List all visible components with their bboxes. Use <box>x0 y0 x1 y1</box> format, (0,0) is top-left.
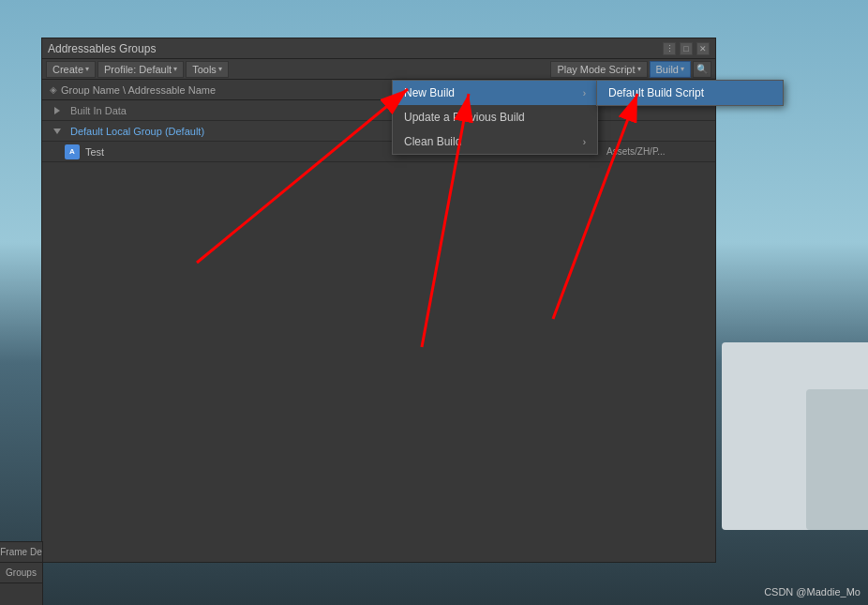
create-dropdown-arrow: ▾ <box>85 65 89 73</box>
clean-build-submenu-arrow: › <box>583 137 586 147</box>
default-build-script-item[interactable]: Default Build Script <box>597 81 783 105</box>
profile-button[interactable]: Profile: Default ▾ <box>97 61 184 78</box>
window-controls: ⋮ □ ✕ <box>663 42 710 55</box>
build-dropdown-menu: New Build › Update a Previous Build Clea… <box>392 80 598 155</box>
watermark: CSDN @Maddie_Mo <box>764 586 861 597</box>
test-item-path: Assets/ZH/P... <box>603 146 715 157</box>
profile-dropdown-arrow: ▾ <box>173 65 177 73</box>
build-button[interactable]: Build ▾ <box>650 61 691 78</box>
scene-shape-right <box>806 389 868 530</box>
table-row[interactable]: A Test Assets/ZH/P... <box>42 142 715 162</box>
new-build-submenu: Default Build Script <box>596 80 784 106</box>
frame-de-tab[interactable]: Frame De <box>0 542 42 563</box>
search-icon: 🔍 <box>696 64 708 74</box>
table-row[interactable]: Default Local Group (Default) <box>42 121 715 142</box>
maximize-button[interactable]: □ <box>680 42 693 55</box>
clean-build-menu-item[interactable]: Clean Build › <box>393 129 597 154</box>
search-button[interactable]: 🔍 <box>693 61 711 78</box>
more-options-button[interactable]: ⋮ <box>663 42 676 55</box>
tools-dropdown-arrow: ▾ <box>218 65 222 73</box>
toolbar: Create ▾ Profile: Default ▾ Tools ▾ Play… <box>42 59 715 80</box>
bottom-panel: Frame De Groups <box>0 541 43 605</box>
col-sort-icon: ◈ <box>50 84 57 95</box>
table-body: Built In Data Default Local Group (Defau… <box>42 100 715 162</box>
build-dropdown-arrow: ▾ <box>681 65 684 73</box>
new-build-menu-item[interactable]: New Build › <box>393 81 597 105</box>
new-build-submenu-arrow: › <box>583 88 586 98</box>
expand-icon <box>50 124 65 139</box>
window-titlebar: Addressables Groups ⋮ □ ✕ <box>42 38 715 59</box>
addressable-icon: A <box>65 144 80 159</box>
play-mode-script-button[interactable]: Play Mode Script ▾ <box>550 61 647 78</box>
tools-button[interactable]: Tools ▾ <box>186 61 229 78</box>
groups-tab[interactable]: Groups <box>0 563 42 583</box>
play-mode-dropdown-arrow: ▾ <box>637 65 641 73</box>
expand-icon <box>50 103 65 118</box>
update-previous-build-menu-item[interactable]: Update a Previous Build <box>393 105 597 129</box>
close-button[interactable]: ✕ <box>696 42 710 55</box>
create-button[interactable]: Create ▾ <box>46 61 96 78</box>
editor-window: Addressables Groups ⋮ □ ✕ Create ▾ Profi… <box>41 38 716 563</box>
window-title: Addressables Groups <box>48 42 156 55</box>
